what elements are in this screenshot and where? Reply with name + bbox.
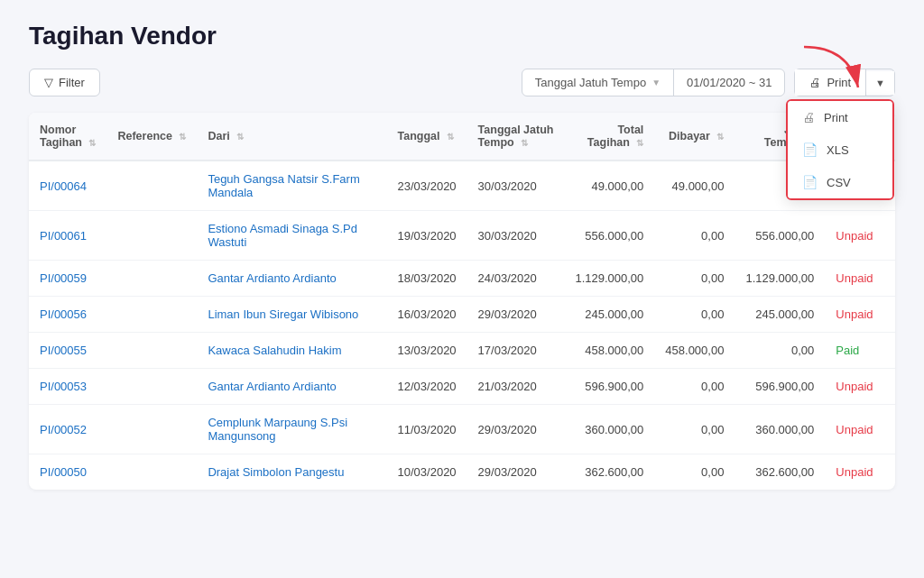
cell-jatuh-tempo: 362.600,00 bbox=[735, 454, 825, 491]
print-dropdown-menu: 🖨 Print 📄 XLS 📄 CSV bbox=[786, 99, 894, 200]
xls-icon: 📄 bbox=[802, 142, 818, 157]
cell-dari: Estiono Asmadi Sinaga S.Pd Wastuti bbox=[197, 211, 386, 261]
cell-reference bbox=[106, 261, 197, 297]
sort-icon: ⇅ bbox=[521, 138, 528, 148]
vendor-table: NomorTagihan ⇅ Reference ⇅ Dari ⇅ Tangga… bbox=[29, 113, 895, 490]
print-label: Print bbox=[827, 76, 851, 89]
dropdown-item-csv[interactable]: 📄 CSV bbox=[788, 166, 892, 198]
cell-tanggal-jatuh-tempo: 21/03/2020 bbox=[467, 369, 565, 405]
table-row[interactable]: PI/00055 Kawaca Salahudin Hakim 13/03/20… bbox=[29, 333, 895, 369]
cell-dibayar: 0,00 bbox=[654, 369, 735, 405]
cell-dari: Kawaca Salahudin Hakim bbox=[197, 333, 386, 369]
cell-reference bbox=[106, 333, 197, 369]
cell-tanggal-jatuh-tempo: 29/03/2020 bbox=[467, 405, 565, 454]
cell-tanggal: 12/03/2020 bbox=[387, 369, 467, 405]
cell-nomor-tagihan: PI/00050 bbox=[29, 454, 106, 491]
csv-icon: 📄 bbox=[802, 175, 818, 189]
cell-dari: Gantar Ardianto Ardianto bbox=[197, 369, 386, 405]
col-dari: Dari ⇅ bbox=[197, 113, 386, 161]
col-tanggal-jatuh-tempo: Tanggal JatuhTempo ⇅ bbox=[467, 113, 565, 161]
col-reference: Reference ⇅ bbox=[106, 113, 197, 161]
table-row[interactable]: PI/00061 Estiono Asmadi Sinaga S.Pd Wast… bbox=[29, 211, 895, 261]
cell-total-tagihan: 49.000,00 bbox=[564, 161, 654, 211]
cell-dibayar: 0,00 bbox=[654, 261, 735, 297]
cell-tanggal: 23/03/2020 bbox=[387, 161, 467, 211]
sort-icon: ⇅ bbox=[179, 132, 186, 142]
cell-status: Unpaid bbox=[825, 211, 895, 261]
cell-status: Unpaid bbox=[825, 405, 895, 454]
print-button-group: 🖨 Print ▼ 🖨 Print 📄 XLS bbox=[794, 69, 895, 96]
sort-icon: ⇅ bbox=[236, 132, 244, 142]
cell-reference bbox=[106, 454, 197, 491]
dropdown-chevron-icon: ▼ bbox=[875, 78, 885, 88]
col-total-tagihan: TotalTagihan ⇅ bbox=[564, 113, 654, 161]
cell-dibayar: 0,00 bbox=[654, 454, 735, 491]
table-row[interactable]: PI/00059 Gantar Ardianto Ardianto 18/03/… bbox=[29, 261, 895, 297]
toolbar: ▽ Filter Tanggal Jatuh Tempo ▼ 01/01/202… bbox=[29, 69, 895, 96]
cell-nomor-tagihan: PI/00052 bbox=[29, 405, 106, 454]
table-row[interactable]: PI/00050 Drajat Simbolon Pangestu 10/03/… bbox=[29, 454, 895, 491]
toolbar-left: ▽ Filter bbox=[29, 69, 100, 96]
chevron-down-icon: ▼ bbox=[651, 78, 661, 87]
cell-tanggal-jatuh-tempo: 30/03/2020 bbox=[467, 211, 565, 261]
print-main-button[interactable]: 🖨 Print bbox=[795, 69, 866, 96]
cell-total-tagihan: 596.900,00 bbox=[564, 369, 654, 405]
cell-dibayar: 49.000,00 bbox=[654, 161, 735, 211]
cell-tanggal: 18/03/2020 bbox=[387, 261, 467, 297]
dropdown-csv-label: CSV bbox=[827, 176, 851, 189]
dropdown-print-label: Print bbox=[824, 111, 848, 124]
cell-tanggal: 11/03/2020 bbox=[387, 405, 467, 454]
table-header: NomorTagihan ⇅ Reference ⇅ Dari ⇅ Tangga… bbox=[29, 113, 895, 161]
date-filter-dropdown[interactable]: Tanggal Jatuh Tempo ▼ bbox=[522, 69, 674, 96]
cell-dibayar: 0,00 bbox=[654, 297, 735, 333]
filter-button[interactable]: ▽ Filter bbox=[29, 69, 100, 96]
cell-dari: Gantar Ardianto Ardianto bbox=[197, 261, 386, 297]
table-body: PI/00064 Teguh Gangsa Natsir S.Farm Mand… bbox=[29, 161, 895, 490]
cell-tanggal-jatuh-tempo: 30/03/2020 bbox=[467, 161, 565, 211]
table-row[interactable]: PI/00064 Teguh Gangsa Natsir S.Farm Mand… bbox=[29, 161, 895, 211]
table-row[interactable]: PI/00052 Cemplunk Marpaung S.Psi Manguns… bbox=[29, 405, 895, 454]
cell-dibayar: 0,00 bbox=[654, 211, 735, 261]
cell-tanggal: 19/03/2020 bbox=[387, 211, 467, 261]
cell-tanggal: 16/03/2020 bbox=[387, 297, 467, 333]
data-table-wrapper: NomorTagihan ⇅ Reference ⇅ Dari ⇅ Tangga… bbox=[29, 113, 895, 490]
sort-icon: ⇅ bbox=[447, 132, 454, 142]
cell-tanggal: 13/03/2020 bbox=[387, 333, 467, 369]
date-range-display: 01/01/2020 ~ 31 bbox=[674, 69, 784, 96]
cell-dari: Teguh Gangsa Natsir S.Farm Mandala bbox=[197, 161, 386, 211]
filter-icon: ▽ bbox=[44, 76, 53, 89]
cell-nomor-tagihan: PI/00059 bbox=[29, 261, 106, 297]
cell-status: Unpaid bbox=[825, 261, 895, 297]
cell-nomor-tagihan: PI/00056 bbox=[29, 297, 106, 333]
col-nomor-tagihan: NomorTagihan ⇅ bbox=[29, 113, 106, 161]
dropdown-item-xls[interactable]: 📄 XLS bbox=[788, 133, 892, 166]
sort-icon: ⇅ bbox=[636, 138, 643, 148]
cell-dibayar: 0,00 bbox=[654, 405, 735, 454]
cell-reference bbox=[106, 161, 197, 211]
cell-dari: Liman Ibun Siregar Wibisono bbox=[197, 297, 386, 333]
cell-total-tagihan: 1.129.000,00 bbox=[564, 261, 654, 297]
cell-dibayar: 458.000,00 bbox=[654, 333, 735, 369]
cell-reference bbox=[106, 297, 197, 333]
col-dibayar: Dibayar ⇅ bbox=[654, 113, 735, 161]
sort-icon: ⇅ bbox=[88, 138, 96, 148]
page-title: Tagihan Vendor bbox=[29, 22, 895, 50]
cell-reference bbox=[106, 211, 197, 261]
dropdown-item-print[interactable]: 🖨 Print bbox=[788, 101, 892, 133]
cell-reference bbox=[106, 369, 197, 405]
toolbar-right: Tanggal Jatuh Tempo ▼ 01/01/2020 ~ 31 bbox=[522, 69, 895, 96]
print-dropdown-toggle[interactable]: ▼ bbox=[866, 71, 894, 95]
cell-total-tagihan: 362.600,00 bbox=[564, 454, 654, 491]
table-row[interactable]: PI/00056 Liman Ibun Siregar Wibisono 16/… bbox=[29, 297, 895, 333]
cell-total-tagihan: 556.000,00 bbox=[564, 211, 654, 261]
filter-label: Filter bbox=[59, 76, 85, 89]
cell-status: Unpaid bbox=[825, 454, 895, 491]
cell-jatuh-tempo: 1.129.000,00 bbox=[735, 261, 825, 297]
table-row[interactable]: PI/00053 Gantar Ardianto Ardianto 12/03/… bbox=[29, 369, 895, 405]
cell-tanggal-jatuh-tempo: 29/03/2020 bbox=[467, 454, 565, 491]
print-icon: 🖨 bbox=[809, 76, 821, 89]
cell-reference bbox=[106, 405, 197, 454]
dropdown-xls-label: XLS bbox=[827, 143, 849, 157]
cell-jatuh-tempo: 0,00 bbox=[735, 333, 825, 369]
cell-tanggal-jatuh-tempo: 29/03/2020 bbox=[467, 297, 565, 333]
